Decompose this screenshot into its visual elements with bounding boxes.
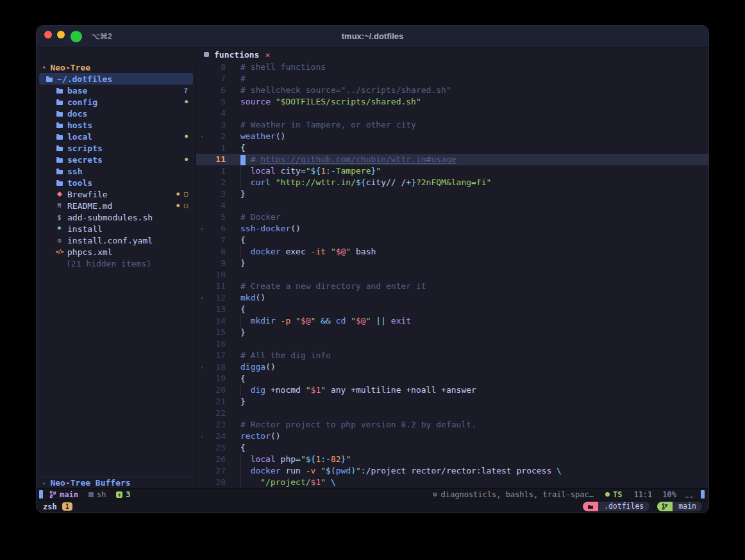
code-line[interactable]: 17# All the dig info bbox=[196, 350, 708, 361]
line-number: 1 bbox=[208, 165, 226, 177]
tree-item-local[interactable]: local● bbox=[37, 131, 196, 142]
code-line[interactable]: 7# bbox=[196, 73, 708, 85]
git-unstaged-badge: □ bbox=[184, 191, 188, 197]
code-line[interactable]: 22 bbox=[196, 408, 708, 419]
fold-chevron-icon[interactable]: ▾ bbox=[196, 361, 208, 373]
code-line[interactable]: 15} bbox=[196, 327, 708, 338]
code-segment: () bbox=[265, 362, 276, 372]
code-line[interactable]: ▾6ssh-docker() bbox=[196, 223, 708, 235]
code-line[interactable]: 5source "$DOTFILES/scripts/shared.sh" bbox=[196, 96, 708, 108]
fold-chevron-icon bbox=[196, 281, 208, 292]
tab-close-icon[interactable]: × bbox=[265, 50, 270, 60]
code-line[interactable]: 8# shell functions bbox=[196, 62, 708, 73]
code-segment: " bbox=[321, 466, 326, 475]
code-line[interactable]: 1local city="${1:-Tampere}" bbox=[196, 165, 708, 177]
close-window-button[interactable] bbox=[44, 31, 52, 38]
folder-icon bbox=[55, 142, 63, 154]
code-line[interactable]: 10 bbox=[196, 269, 708, 281]
code-line[interactable]: ▾18digga() bbox=[196, 361, 708, 373]
tree-item-tools[interactable]: tools bbox=[37, 177, 196, 188]
line-number: 4 bbox=[208, 200, 226, 211]
tree-item-secrets[interactable]: secrets● bbox=[37, 154, 196, 165]
tree-item-docs[interactable]: docs bbox=[37, 108, 196, 119]
code-segment: Tampere bbox=[336, 166, 371, 176]
code-line[interactable]: ▾12mkd() bbox=[196, 292, 708, 304]
code-line[interactable]: 4 bbox=[196, 108, 708, 119]
code-text bbox=[226, 200, 240, 211]
code-segment bbox=[251, 477, 261, 487]
code-line[interactable]: 5# Docker bbox=[196, 211, 708, 223]
tree-item-phpcs.xml[interactable]: </>phpcs.xml bbox=[37, 246, 196, 258]
fold-chevron-icon bbox=[196, 373, 208, 384]
code-line[interactable]: 14mkdir -p "$@" && cd "$@" || exit bbox=[196, 315, 708, 327]
tree-item-Brewfile[interactable]: Brewfile●□ bbox=[37, 188, 196, 200]
fold-chevron-icon bbox=[196, 304, 208, 315]
code-line[interactable]: 3} bbox=[196, 188, 708, 200]
tree-item-config[interactable]: config● bbox=[37, 96, 196, 108]
code-line[interactable]: 4 bbox=[196, 200, 708, 211]
tree-item-label: secrets bbox=[67, 155, 103, 165]
fold-chevron-icon[interactable]: ▾ bbox=[196, 223, 208, 235]
code-line[interactable]: 20dig +nocmd "$1" any +multiline +noall … bbox=[196, 384, 708, 396]
tree-item-label: hosts bbox=[67, 120, 92, 130]
neotree-buffers-section[interactable]: ▸ Neo-Tree Buffers bbox=[37, 477, 196, 488]
code-text: } bbox=[226, 327, 246, 338]
line-number: 20 bbox=[208, 384, 226, 396]
code-text: mkd() bbox=[226, 292, 265, 304]
code-line[interactable]: 6# shellcheck source="../scripts/shared.… bbox=[196, 85, 708, 96]
code-text: # All the dig info bbox=[226, 350, 331, 361]
line-number: 7 bbox=[208, 235, 226, 246]
code-line[interactable]: ▾24rector() bbox=[196, 431, 708, 442]
tree-root-label: ~/.dotfiles bbox=[57, 74, 112, 84]
fold-chevron-icon[interactable]: ▾ bbox=[196, 292, 208, 304]
line-number: 22 bbox=[208, 408, 226, 419]
code-line[interactable]: 16 bbox=[196, 338, 708, 350]
fold-chevron-icon[interactable]: ▾ bbox=[196, 131, 208, 142]
code-segment bbox=[290, 316, 296, 325]
code-line[interactable]: 2curl "http://wttr.in/${city// /+}?2nFQM… bbox=[196, 177, 708, 188]
code-line[interactable]: 25{ bbox=[196, 442, 708, 454]
code-segment: # shell functions bbox=[240, 62, 326, 72]
tree-item-ssh[interactable]: ssh bbox=[37, 165, 196, 177]
code-segment: { bbox=[240, 374, 246, 383]
tree-item-install[interactable]: *install bbox=[37, 223, 196, 235]
tree-root-dotfiles[interactable]: ~/.dotfiles bbox=[39, 73, 193, 85]
tree-item-install.conf.yaml[interactable]: ⚙install.conf.yaml bbox=[37, 235, 196, 246]
tree-item-label: tools bbox=[67, 178, 92, 188]
code-line[interactable]: 1{ bbox=[196, 142, 708, 154]
code-line[interactable]: 19{ bbox=[196, 373, 708, 384]
code-segment bbox=[326, 247, 331, 256]
code-line[interactable]: 11 # https://github.com/chubin/wttr.in#u… bbox=[196, 154, 708, 165]
tree-item-base[interactable]: base? bbox=[37, 85, 196, 96]
code-line[interactable]: 26local php="${1:-82}" bbox=[196, 454, 708, 465]
code-line[interactable]: 8docker exec -it "$@" bash bbox=[196, 246, 708, 258]
tmux-window-index-badge[interactable]: 1 bbox=[62, 502, 72, 511]
tree-item-scripts[interactable]: scripts bbox=[37, 142, 196, 154]
code-segment: # shellcheck source="../scripts/shared.s… bbox=[240, 85, 451, 95]
line-number: 11 bbox=[208, 281, 226, 292]
code-line[interactable]: 28 "/project/$1" \ bbox=[196, 477, 708, 488]
code-line[interactable]: 7{ bbox=[196, 235, 708, 246]
tree-item-README.md[interactable]: MREADME.md●□ bbox=[37, 200, 196, 211]
code-line[interactable]: 3# Weather in Tampere, or other city bbox=[196, 119, 708, 131]
tree-item-add-submodules.sh[interactable]: $add-submodules.sh bbox=[37, 211, 196, 223]
code-segment: { bbox=[240, 443, 246, 452]
zoom-window-button[interactable] bbox=[70, 31, 82, 42]
code-segment: # Weather in Tampere, or other city bbox=[240, 120, 416, 129]
code-line[interactable]: 23# Rector project to php version 8.2 by… bbox=[196, 419, 708, 431]
code-segment: && bbox=[321, 316, 331, 325]
minimize-window-button[interactable] bbox=[57, 31, 65, 38]
code-line[interactable]: 13{ bbox=[196, 304, 708, 315]
git-branch-segment: main bbox=[49, 490, 78, 499]
traffic-lights bbox=[44, 31, 82, 42]
code-line[interactable]: 9} bbox=[196, 258, 708, 269]
tree-item-hosts[interactable]: hosts bbox=[37, 119, 196, 131]
code-line[interactable]: 27docker run -v "$(pwd)":/project rector… bbox=[196, 465, 708, 477]
tab-functions[interactable]: functions × bbox=[204, 50, 270, 60]
code-line[interactable]: ▾2weather() bbox=[196, 131, 708, 142]
code-line[interactable]: 21} bbox=[196, 396, 708, 408]
git-modified-badge: ● bbox=[185, 134, 188, 139]
fold-chevron-icon bbox=[196, 119, 208, 131]
code-line[interactable]: 11# Create a new directory and enter it bbox=[196, 281, 708, 292]
fold-chevron-icon[interactable]: ▾ bbox=[196, 431, 208, 442]
